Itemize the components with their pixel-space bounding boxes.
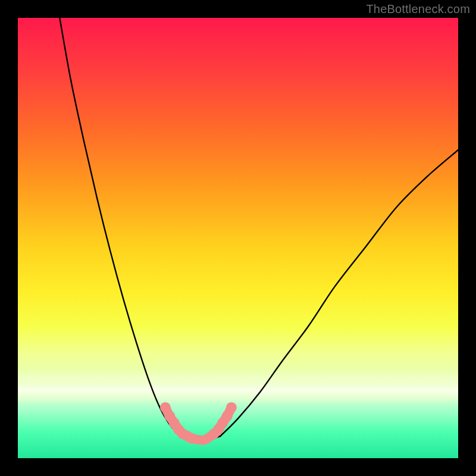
chart-stage: TheBottleneck.com — [0, 0, 476, 476]
curve-layer — [18, 18, 458, 458]
right-curve-path — [220, 150, 458, 436]
svg-point-11 — [226, 402, 237, 413]
plot-area — [18, 18, 458, 458]
svg-point-6 — [186, 433, 197, 444]
left-curve-path — [60, 18, 183, 436]
watermark-text: TheBottleneck.com — [366, 2, 470, 16]
